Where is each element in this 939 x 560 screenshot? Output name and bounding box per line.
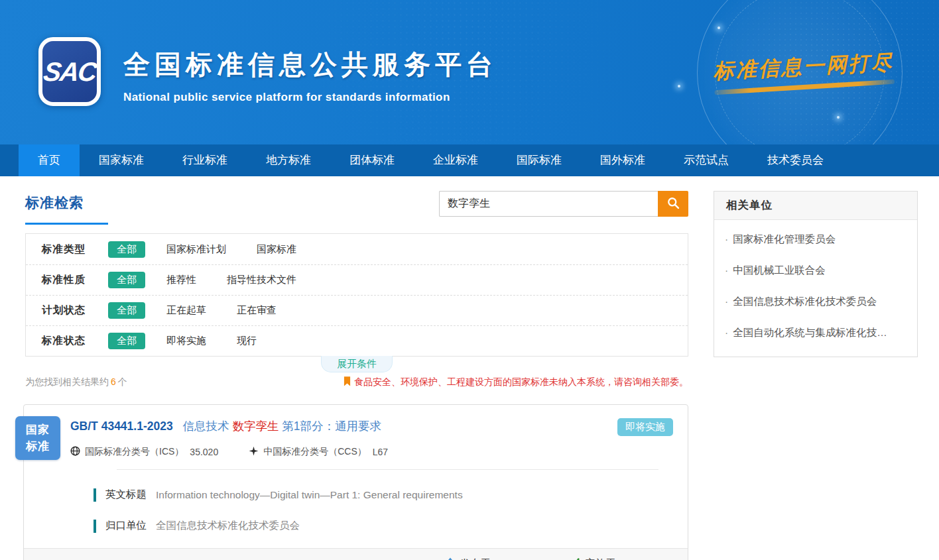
ics-value: 35.020 xyxy=(190,447,218,457)
card-header: GB/T 43441.1-2023 信息技术 数字孪生 第1部分：通用要求 即将… xyxy=(24,405,688,470)
ics-classification: 国际标准分类号（ICS） 35.020 xyxy=(70,446,218,458)
results-count: 为您找到相关结果约6个 xyxy=(25,376,127,388)
nav-item-enterprise-standards[interactable]: 企业标准 xyxy=(414,144,497,176)
related-unit-link[interactable]: 中国机械工业联合会 xyxy=(725,255,907,286)
nav-item-home[interactable]: 首页 xyxy=(19,144,80,176)
related-unit-link[interactable]: 国家标准化管理委员会 xyxy=(725,224,907,255)
spark-dot xyxy=(678,85,680,87)
nav-item-group-standards[interactable]: 团体标准 xyxy=(330,144,414,176)
standard-title-pre: 信息技术 xyxy=(183,420,229,433)
detail-accent-bar xyxy=(94,488,96,502)
nav-item-industry-standards[interactable]: 行业标准 xyxy=(163,144,247,176)
sac-logo-text: SAC xyxy=(42,57,98,87)
detail-row-english-title: 英文标题 Information technology—Digital twin… xyxy=(94,479,673,510)
badge-line2: 标准 xyxy=(15,438,60,455)
nav-item-national-standards[interactable]: 国家标准 xyxy=(80,144,163,176)
site-title: 全国标准信息公共服务平台 xyxy=(123,46,497,83)
nav-item-foreign-standards[interactable]: 国外标准 xyxy=(581,144,664,176)
sac-logo[interactable]: SAC xyxy=(38,37,101,106)
published-label: 发布于 xyxy=(460,557,491,560)
implemented-label: 实施于 xyxy=(585,557,616,560)
ccs-classification: 中国标准分类号（CCS） L67 xyxy=(249,446,388,458)
filter-row-standard-nature: 标准性质 全部 推荐性 指导性技术文件 xyxy=(26,264,688,295)
detail-row-committee: 归口单位 全国信息技术标准化技术委员会 xyxy=(94,510,673,541)
related-units-title: 相关单位 xyxy=(714,192,917,220)
search-button[interactable] xyxy=(658,191,688,217)
standard-title-link[interactable]: GB/T 43441.1-2023 信息技术 数字孪生 第1部分：通用要求 xyxy=(70,418,381,434)
implemented-date-item: 实施于 2024-06-01 xyxy=(570,557,673,560)
search-bar xyxy=(439,191,688,217)
search-input[interactable] xyxy=(439,191,658,217)
related-unit-link[interactable]: 全国自动化系统与集成标准化技… xyxy=(725,317,907,349)
standard-title-post: 第1部分：通用要求 xyxy=(282,420,381,433)
related-units-panel: 相关单位 国家标准化管理委员会 中国机械工业联合会 全国信息技术标准化技术委员会… xyxy=(714,191,918,357)
filter-panel: 标准类型 全部 国家标准计划 国家标准 标准性质 全部 推荐性 指导性技术文件 … xyxy=(25,233,688,357)
main-nav: 首页 国家标准 行业标准 地方标准 团体标准 企业标准 国际标准 国外标准 示范… xyxy=(0,144,939,176)
filter-label: 计划状态 xyxy=(42,304,108,317)
filter-option[interactable]: 现行 xyxy=(237,335,257,347)
standard-title-highlight: 数字孪生 xyxy=(232,420,279,433)
search-icon xyxy=(666,196,680,212)
filter-label: 标准性质 xyxy=(42,273,108,287)
ics-label: 国际标准分类号（ICS） xyxy=(85,446,184,458)
filter-option[interactable]: 国家标准 xyxy=(257,243,296,256)
results-count-number: 6 xyxy=(109,376,118,387)
detail-accent-bar xyxy=(94,520,96,533)
implemented-date: 2024-06-01 xyxy=(621,558,673,560)
card-title-row: GB/T 43441.1-2023 信息技术 数字孪生 第1部分：通用要求 即将… xyxy=(70,418,673,436)
nav-item-local-standards[interactable]: 地方标准 xyxy=(247,144,330,176)
national-standard-badge[interactable]: 国家 标准 xyxy=(15,416,60,460)
expand-conditions-button[interactable]: 展开条件 xyxy=(321,356,393,372)
page-title: 标准检索 xyxy=(25,191,108,212)
card-footer: 发布于 2023-11-27 实施于 2024-06-01 xyxy=(24,548,688,560)
system-notice: 食品安全、环境保护、工程建设方面的国家标准未纳入本系统，请咨询相关部委。 xyxy=(344,376,688,388)
search-header: 标准检索 xyxy=(25,191,688,232)
card-details: 英文标题 Information technology—Digital twin… xyxy=(24,470,688,548)
filter-all-button[interactable]: 全部 xyxy=(108,302,145,319)
ccs-label: 中国标准分类号（CCS） xyxy=(263,446,367,458)
nav-item-international-standards[interactable]: 国际标准 xyxy=(497,144,581,176)
notice-text: 食品安全、环境保护、工程建设方面的国家标准未纳入本系统，请咨询相关部委。 xyxy=(354,376,688,388)
related-units-sidebar: 相关单位 国家标准化管理委员会 中国机械工业联合会 全国信息技术标准化技术委员会… xyxy=(714,191,918,560)
related-unit-link[interactable]: 全国信息技术标准化技术委员会 xyxy=(725,286,907,317)
filter-row-standard-type: 标准类型 全部 国家标准计划 国家标准 xyxy=(26,234,688,264)
title-underline xyxy=(25,223,108,225)
filter-option[interactable]: 正在审查 xyxy=(237,304,277,317)
filter-all-button[interactable]: 全部 xyxy=(108,272,145,288)
compass-icon xyxy=(249,446,263,458)
spark-dot xyxy=(718,27,720,29)
bookmark-icon xyxy=(344,376,354,388)
standard-code: GB/T 43441.1-2023 xyxy=(70,420,173,433)
published-date: 2023-11-27 xyxy=(495,558,547,560)
filter-row-plan-status: 计划状态 全部 正在起草 正在审查 xyxy=(26,295,688,325)
filter-all-button[interactable]: 全部 xyxy=(108,241,145,258)
results-count-prefix: 为您找到相关结果约 xyxy=(25,376,109,387)
nav-item-technical-committee[interactable]: 技术委员会 xyxy=(748,144,843,176)
results-summary-row: 为您找到相关结果约6个 食品安全、环境保护、工程建设方面的国家标准未纳入本系统，… xyxy=(25,376,688,388)
filter-option[interactable]: 即将实施 xyxy=(166,335,206,347)
filter-all-button[interactable]: 全部 xyxy=(108,333,145,349)
related-units-list: 国家标准化管理委员会 中国机械工业联合会 全国信息技术标准化技术委员会 全国自动… xyxy=(714,220,917,357)
site-subtitle: National public service platform for sta… xyxy=(123,91,497,104)
filter-option[interactable]: 推荐性 xyxy=(166,274,196,286)
detail-label: 英文标题 xyxy=(105,488,147,502)
filter-option[interactable]: 指导性技术文件 xyxy=(227,274,296,286)
status-badge: 即将实施 xyxy=(617,418,673,436)
filter-option[interactable]: 国家标准计划 xyxy=(166,243,226,256)
filter-label: 标准状态 xyxy=(42,334,108,348)
banner-titles: 全国标准信息公共服务平台 National public service pla… xyxy=(123,46,497,104)
spark-dot xyxy=(837,116,840,119)
filter-option[interactable]: 正在起草 xyxy=(166,304,206,317)
badge-line1: 国家 xyxy=(15,421,60,438)
detail-value: 全国信息技术标准化技术委员会 xyxy=(156,519,300,533)
filter-label: 标准类型 xyxy=(42,243,108,256)
page-content: 标准检索 标准类型 全部 国家标准计划 国家标准 标准性质 xyxy=(0,176,939,560)
section-title-block: 标准检索 xyxy=(25,191,108,225)
check-icon xyxy=(570,557,585,560)
publish-icon xyxy=(445,557,460,560)
card-meta-row: 国际标准分类号（ICS） 35.020 中国标准分类号（CCS） L67 xyxy=(70,446,673,458)
filter-row-standard-status: 标准状态 全部 即将实施 现行 xyxy=(26,325,688,356)
nav-item-pilot-program[interactable]: 示范试点 xyxy=(664,144,748,176)
globe-icon xyxy=(70,446,85,458)
detail-value: Information technology—Digital twin—Part… xyxy=(156,489,463,501)
